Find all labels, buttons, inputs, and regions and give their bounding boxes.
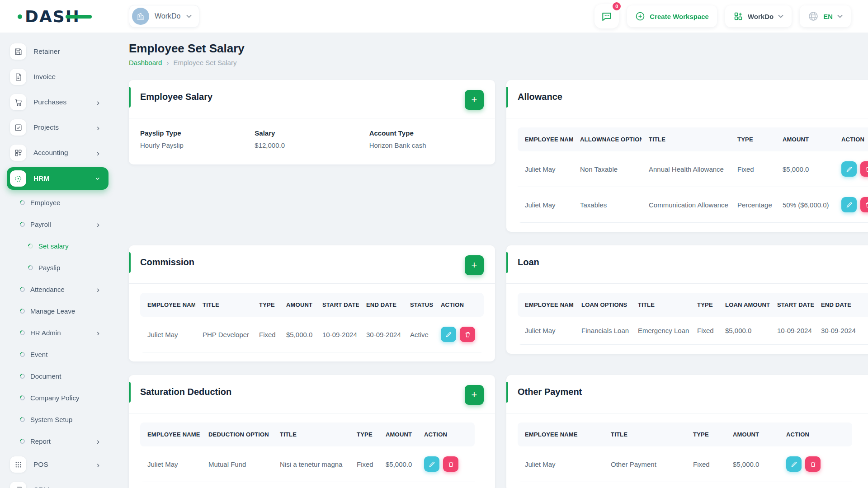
delete-button[interactable] <box>860 161 868 177</box>
workspace-name: WorkDo <box>155 12 181 20</box>
app-menu-button[interactable]: WorkDo <box>725 5 792 27</box>
loan-card: Loan + EMPLOYEE NAME LOAN OPTIONS TITLE … <box>506 245 868 354</box>
logo-text: DASH <box>25 7 80 26</box>
edit-button[interactable] <box>441 327 456 342</box>
loan-table: EMPLOYEE NAME LOAN OPTIONS TITLE TYPE LO… <box>518 293 868 345</box>
card-title: Employee Salary <box>140 90 212 102</box>
edit-button[interactable] <box>841 161 857 177</box>
workspace-selector[interactable]: WorkDo <box>129 5 199 28</box>
language-selector[interactable]: EN <box>800 5 851 27</box>
allowance-table: EMPLOYEE NAME ALLOWNACE OPTION TITLE TYP… <box>518 127 868 223</box>
sidebar-item-retainer[interactable]: Retainer <box>0 39 115 64</box>
sidebar-item-hrm[interactable]: HRM › <box>7 167 108 190</box>
chevron-down-icon: › <box>94 177 102 180</box>
sidebar-item-company-policy[interactable]: Company Policy <box>0 387 115 408</box>
sidebar-item-purchases[interactable]: Purchases › <box>0 89 115 115</box>
sidebar-item-document[interactable]: Document <box>0 365 115 387</box>
sidebar-item-report[interactable]: Report › <box>0 430 115 452</box>
table-header-row: EMPLOYEE NAME DEDUCTION OPTION TITLE TYP… <box>140 422 475 446</box>
sidebar-item-hr-admin[interactable]: HR Admin › <box>0 322 115 343</box>
table-header-row: EMPLOYEE NAME ALLOWNACE OPTION TITLE TYP… <box>518 127 868 151</box>
add-employee-salary-button[interactable]: + <box>465 90 484 110</box>
grid-plus-icon <box>10 145 26 161</box>
brand-logo[interactable]: DASH <box>0 7 115 26</box>
topbar: DASH WorkDo 0 <box>0 0 868 33</box>
add-saturation-deduction-button[interactable]: + <box>465 385 484 405</box>
create-workspace-button[interactable]: Create Workspace <box>627 5 717 27</box>
table-row: Juliet May PHP Developer Fixed $5,000.0 … <box>140 317 484 352</box>
delete-button[interactable] <box>860 197 868 212</box>
sidebar-item-accounting[interactable]: Accounting › <box>0 140 115 165</box>
bullet-icon <box>19 372 26 380</box>
commission-card: Commission + EMPLOYEE NAME TITLE TYPE AM… <box>129 245 495 361</box>
sidebar-item-invoice[interactable]: Invoice <box>0 64 115 89</box>
sidebar-item-payslip[interactable]: Payslip <box>0 257 115 278</box>
dots-grid-icon <box>10 456 26 473</box>
globe-icon <box>808 11 819 22</box>
invoice-icon <box>10 69 26 85</box>
delete-button[interactable] <box>460 327 475 342</box>
sidebar-item-payroll[interactable]: Payroll › <box>0 213 115 235</box>
bullet-icon <box>19 329 26 336</box>
bullet-icon <box>19 307 26 314</box>
status-value: Active <box>403 317 434 352</box>
building-icon <box>136 12 145 21</box>
logo-dash-icon <box>66 15 92 19</box>
table-row: Juliet May Taxables Communication Allowa… <box>518 187 868 223</box>
bullet-icon <box>19 416 26 423</box>
bullet-icon <box>19 286 26 293</box>
other-payment-card: Other Payment + EMPLOYEE NAME TITLE TYPE… <box>506 375 868 488</box>
trash-icon <box>464 331 471 338</box>
table-row: Juliet May Other Payment Fixed $5,000.0 <box>518 446 852 482</box>
chevron-right-icon: › <box>97 123 99 132</box>
app-menu-label: WorkDo <box>748 13 774 20</box>
cart-icon <box>10 94 26 110</box>
edit-button[interactable] <box>424 456 439 472</box>
trash-icon <box>865 166 868 173</box>
bullet-icon <box>19 199 26 206</box>
grid-plus-icon <box>733 11 743 21</box>
messages-button[interactable]: 0 <box>594 4 619 28</box>
bullet-icon <box>27 242 34 249</box>
table-header-row: EMPLOYEE NAME LOAN OPTIONS TITLE TYPE LO… <box>518 293 868 317</box>
delete-button[interactable] <box>805 456 821 472</box>
chevron-right-icon: › <box>97 328 99 337</box>
sidebar-item-attendance[interactable]: Attendance › <box>0 278 115 300</box>
breadcrumb-dashboard-link[interactable]: Dashboard <box>129 59 162 66</box>
edit-button[interactable] <box>786 456 802 472</box>
table-header-row: EMPLOYEE NAME TITLE TYPE AMOUNT START DA… <box>140 293 484 317</box>
sidebar-item-manage-leave[interactable]: Manage Leave <box>0 300 115 322</box>
main-content: Employee Set Salary Dashboard › Employee… <box>115 0 868 488</box>
bullet-icon <box>19 437 26 445</box>
sidebar-item-pos[interactable]: POS › <box>0 452 115 477</box>
card-title: Commission <box>140 255 194 267</box>
card-title: Allowance <box>518 90 562 102</box>
chevron-down-icon <box>778 14 783 18</box>
sidebar-item-projects[interactable]: Projects › <box>0 115 115 140</box>
edit-button[interactable] <box>841 197 857 212</box>
pencil-icon <box>846 166 853 173</box>
allowance-card: Allowance + EMPLOYEE NAME ALLOWNACE OPTI… <box>506 80 868 232</box>
logo-dot-icon <box>18 14 22 19</box>
check-square-icon <box>10 119 26 136</box>
table-row: Juliet May Non Taxable Annual Health All… <box>518 151 868 187</box>
language-label: EN <box>823 13 833 20</box>
sidebar-item-event[interactable]: Event <box>0 343 115 365</box>
chevron-right-icon: › <box>97 220 99 229</box>
field-salary: Salary $12,000.0 <box>255 129 369 149</box>
sidebar-item-system-setup[interactable]: System Setup <box>0 408 115 430</box>
field-payslip-type: Payslip Type Hourly Payslip <box>140 129 255 149</box>
commission-table: EMPLOYEE NAME TITLE TYPE AMOUNT START DA… <box>140 293 484 352</box>
plus-icon: + <box>472 95 477 105</box>
sidebar-item-crm[interactable]: CRM › <box>0 477 115 488</box>
hrm-icon <box>10 170 26 187</box>
workspace-avatar <box>132 8 149 25</box>
chevron-right-icon: › <box>97 149 99 157</box>
sidebar-item-set-salary[interactable]: Set salary <box>0 235 115 257</box>
delete-button[interactable] <box>443 456 458 472</box>
sidebar-item-employee[interactable]: Employee <box>0 192 115 213</box>
table-header-row: EMPLOYEE NAME TITLE TYPE AMOUNT ACTION <box>518 422 852 446</box>
add-commission-button[interactable]: + <box>465 255 484 275</box>
breadcrumb: Dashboard › Employee Set Salary <box>129 59 854 66</box>
trash-icon <box>810 461 816 468</box>
